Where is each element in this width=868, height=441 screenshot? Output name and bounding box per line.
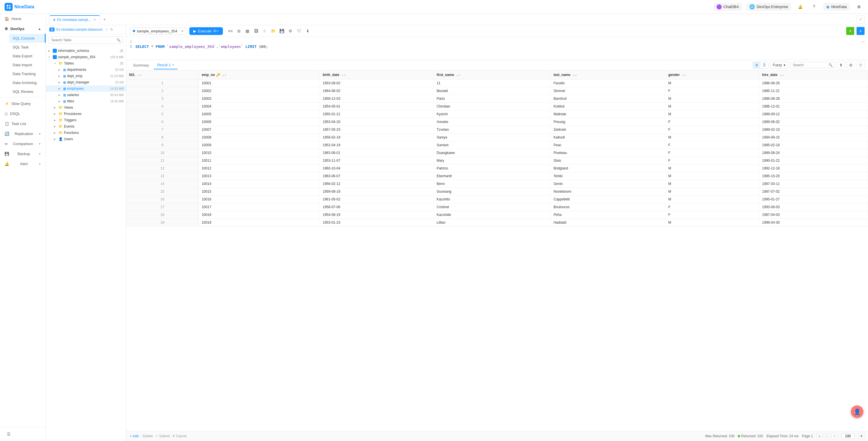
save-icon[interactable]: 💾: [278, 27, 286, 35]
shield-icon[interactable]: 🛡: [295, 27, 303, 35]
table-row[interactable]: 11 10011 1953-11-07 Mary Sluis F 1990-01…: [126, 157, 868, 165]
logo[interactable]: NineData: [5, 3, 34, 11]
table-row[interactable]: 2 10002 1964-06-02 Bezalel Simmel F 1985…: [126, 87, 868, 95]
sidebar-item-data-import[interactable]: Data Import: [9, 61, 45, 69]
sidebar-item-sql-task[interactable]: SQL Task: [9, 43, 45, 52]
table-row[interactable]: 9 10009 1952-04-19 Sumant Peac F 1985-02…: [126, 141, 868, 149]
summary-tab[interactable]: Summary: [130, 61, 153, 69]
users-folder[interactable]: ▶ 👤 Users: [46, 136, 126, 142]
first-page-button[interactable]: «: [816, 433, 823, 439]
table-dept-emp[interactable]: ▶ ▦ dept_emp 21.03 MB: [46, 73, 126, 79]
execute-button[interactable]: ▶ Execute ⌘↩: [189, 27, 223, 35]
next-page-button[interactable]: ›: [831, 433, 838, 439]
refresh-icon[interactable]: ↻: [110, 28, 113, 32]
filter-result-button[interactable]: ▽: [857, 61, 865, 69]
close-editor-button[interactable]: —: [862, 39, 865, 44]
col-birth-date[interactable]: birth_date ▲▼: [320, 70, 434, 80]
grid-view-button[interactable]: ⊞: [753, 62, 761, 68]
table-row[interactable]: 12 10012 1960-10-04 Patricio Bridgland M…: [126, 165, 868, 172]
table-row[interactable]: 16 10016 1961-05-02 Kazuhito Cappelletti…: [126, 195, 868, 203]
col-last-name[interactable]: last_name ▲▼: [551, 70, 665, 80]
code-editor[interactable]: 1 2 SELECT * FROM `sample_employees_354`…: [126, 37, 868, 60]
add-tab-button[interactable]: +: [101, 16, 108, 23]
green-button[interactable]: A: [846, 27, 854, 35]
result-search-input[interactable]: [793, 63, 827, 67]
list-view-button[interactable]: ☰: [761, 62, 768, 68]
table-row[interactable]: 19 10019 1953-01-23 Lillian Haddadi M 19…: [126, 219, 868, 226]
functions-folder[interactable]: ▶ 📁 Functions: [46, 130, 126, 136]
sidebar-item-replication[interactable]: 🔄 Replication ▼: [0, 129, 45, 139]
table-row[interactable]: 7 10007 1957-05-23 Tzvetan Zielinski F 1…: [126, 126, 868, 134]
db-sample-employees[interactable]: ▼ sample_employees_354 150.8 MB: [46, 54, 126, 60]
submit-button[interactable]: ✓ Submit: [155, 434, 170, 438]
db-selector[interactable]: sample_employees_354 ▼: [130, 28, 187, 35]
tab-close-button[interactable]: ✕: [93, 18, 96, 22]
col-first-name[interactable]: first_name ▲▼: [434, 70, 551, 80]
sidebar-item-backup[interactable]: 💾 Backup ▼: [0, 149, 45, 159]
table-row[interactable]: 5 10005 1955-01-21 Kyoichi Maliniak M 19…: [126, 111, 868, 118]
sidebar-item-home[interactable]: 🏠 Home: [0, 14, 45, 24]
fuzzy-select[interactable]: Fuzzy ▼: [770, 62, 788, 68]
add-row-button[interactable]: + Add: [130, 434, 138, 438]
export-button[interactable]: ⬆: [837, 61, 845, 69]
sidebar-item-alert[interactable]: 🔔 Alert ▼: [0, 159, 45, 169]
table-row[interactable]: 1 10001 1953-09-02 11 Facello M 1986-06-…: [126, 80, 868, 87]
table-row[interactable]: 17 10017 1958-07-06 Cristinel Bouloucos …: [126, 203, 868, 211]
download-icon[interactable]: ⬇: [304, 27, 312, 35]
notification-button[interactable]: 🔔: [796, 2, 805, 11]
help-button[interactable]: ?: [809, 2, 819, 11]
db-information-schema[interactable]: ▶ information_schema 0: [46, 48, 126, 54]
table-row[interactable]: 18 10018 1954-06-19 Kazuhide Peha F 1987…: [126, 211, 868, 219]
table-employees[interactable]: ▶ ▦ employees 14.52 MB: [46, 86, 126, 92]
table-row[interactable]: 6 10006 1953-04-20 Anneke Preusig F 1989…: [126, 118, 868, 126]
settings-icon[interactable]: ⚙: [286, 27, 294, 35]
cancel-button[interactable]: ✗ Cancel: [172, 434, 187, 438]
col-hire-date[interactable]: hire_date ▲▼: [759, 70, 868, 80]
support-avatar[interactable]: 👤: [851, 405, 863, 418]
table-row[interactable]: 3 10003 1959-12-03 Parto Bamford M 1986-…: [126, 95, 868, 103]
page-size-input[interactable]: [841, 433, 855, 439]
tab-1[interactable]: ◈ 01-ninedata-sampl... ✕: [49, 15, 100, 24]
sidebar-item-slow-query[interactable]: ⚡ Slow Query: [0, 99, 45, 109]
star-icon[interactable]: ☆: [105, 28, 108, 32]
expand-button[interactable]: ⤢: [857, 15, 865, 24]
sidebar-item-sql-console[interactable]: SQL Console: [9, 34, 45, 43]
table-icon-toolbar[interactable]: ▦: [244, 27, 252, 35]
settings-result-button[interactable]: ⚙: [847, 61, 855, 69]
sidebar-item-comparison[interactable]: ⇔ Comparison ▼: [0, 139, 45, 149]
triggers-folder[interactable]: ▶ 📁 Triggers: [46, 117, 126, 123]
sidebar-devops-toggle[interactable]: ⚙ DevOps ▲: [0, 24, 45, 34]
table-row[interactable]: 14 10014 1956-02-12 Berni Genin M 1987-0…: [126, 180, 868, 188]
col-gender[interactable]: gender ▲▼: [665, 70, 759, 80]
delete-row-button[interactable]: - Delete: [141, 434, 153, 438]
prev-page-button[interactable]: ‹: [824, 433, 830, 439]
result1-tab[interactable]: Result 1 ✕: [154, 61, 178, 69]
image-icon[interactable]: 🖼: [252, 27, 260, 35]
format-icon[interactable]: ≡≡: [226, 27, 235, 35]
user-menu[interactable]: ◈ NineData: [823, 3, 850, 10]
events-folder[interactable]: ▶ 📁 Events: [46, 123, 126, 130]
sidebar-menu-icon[interactable]: ☰: [5, 430, 12, 438]
table-row[interactable]: 15 10015 1959-08-19 Guoxiang Nooteboom M…: [126, 188, 868, 195]
tables-folder[interactable]: ▼ 📁 Tables 6: [46, 60, 126, 66]
filter-icon[interactable]: ⊞: [235, 27, 243, 35]
table-row[interactable]: 13 10013 1963-06-07 Eberhardt Terkki M 1…: [126, 172, 868, 180]
views-folder[interactable]: ▶ 📁 Views: [46, 104, 126, 111]
sidebar-item-data-export[interactable]: Data Export: [9, 52, 45, 61]
star-toolbar-icon[interactable]: ☆: [261, 27, 269, 35]
table-row[interactable]: 8 10008 1958-02-19 Saniya Kalloufi M 199…: [126, 134, 868, 141]
result1-close-icon[interactable]: ✕: [172, 63, 174, 66]
sidebar-item-dsql[interactable]: ◻ DSQL: [0, 109, 45, 119]
blue-button[interactable]: A: [857, 27, 865, 35]
search-table-input[interactable]: [49, 36, 123, 44]
col-emp-no[interactable]: emp_no 🔑 ▲▼: [199, 70, 320, 80]
sidebar-item-task-list[interactable]: 📋 Task List: [0, 119, 45, 129]
table-dept-manager[interactable]: ▶ ▦ dept_manager 32 KB: [46, 79, 126, 86]
folder-toolbar-icon[interactable]: 📁: [269, 27, 277, 35]
devops-button[interactable]: 🌐 DevOps Enterprise: [746, 3, 791, 10]
table-departments[interactable]: ▶ ▦ departments 32 KB: [46, 66, 126, 73]
table-salaries[interactable]: ▶ ▦ salaries 95.63 MB: [46, 92, 126, 98]
table-titles[interactable]: ▶ ▦ titles 19.56 MB: [46, 98, 126, 104]
sidebar-item-sql-review[interactable]: SQL Review: [9, 87, 45, 96]
sidebar-item-data-archiving[interactable]: Data Archiving: [9, 78, 45, 87]
